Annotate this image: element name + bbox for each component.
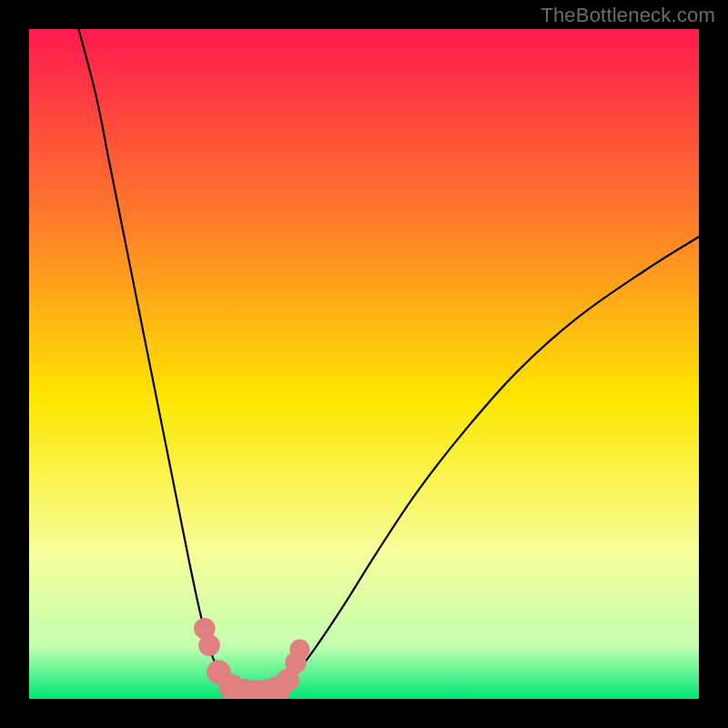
- chart-svg: [29, 29, 699, 699]
- chart-frame: TheBottleneck.com: [0, 0, 728, 728]
- chart-plot: [29, 29, 699, 699]
- valley-marker: [289, 640, 309, 660]
- watermark-text: TheBottleneck.com: [541, 4, 715, 27]
- valley-marker: [198, 634, 220, 656]
- gradient-background: [29, 29, 699, 699]
